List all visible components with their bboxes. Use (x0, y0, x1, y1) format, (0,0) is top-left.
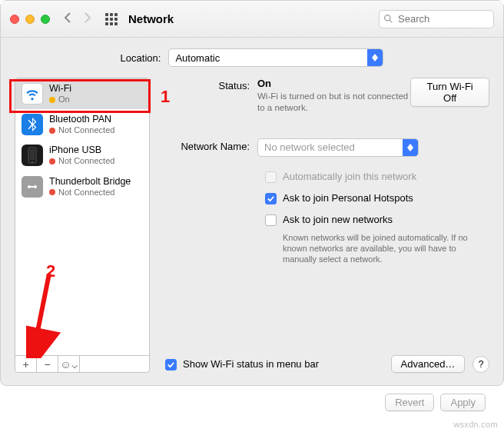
location-row: Location: Automatic (15, 48, 489, 67)
service-item-wifi[interactable]: Wi-Fi On (15, 78, 149, 109)
main-row: Wi-Fi On Bluetooth PAN Not Connected (15, 78, 489, 373)
back-button[interactable] (64, 12, 71, 25)
remove-service-button[interactable]: − (37, 356, 58, 372)
status-dot-icon (49, 97, 55, 103)
nav-buttons (64, 12, 91, 25)
service-name: Wi-Fi (49, 83, 71, 95)
service-status: Not Connected (58, 156, 114, 166)
wifi-icon (22, 83, 43, 105)
location-select[interactable]: Automatic (168, 48, 383, 67)
watermark: wsxdn.com (453, 420, 498, 429)
forward-button[interactable] (84, 12, 91, 25)
service-name: Bluetooth PAN (49, 114, 114, 125)
service-sidebar: Wi-Fi On Bluetooth PAN Not Connected (15, 78, 150, 373)
personal-hotspots-checkbox[interactable] (265, 193, 277, 204)
advanced-button[interactable]: Advanced… (391, 355, 466, 373)
search-field-container (379, 10, 494, 28)
service-item-thunderbolt[interactable]: Thunderbolt Bridge Not Connected (15, 171, 149, 202)
service-item-iphone-usb[interactable]: iPhone USB Not Connected (15, 140, 149, 171)
status-dot-icon (49, 189, 55, 195)
service-name: Thunderbolt Bridge (49, 176, 131, 188)
auto-join-checkbox (265, 171, 277, 183)
content-area: Location: Automatic Wi-Fi On (1, 38, 503, 385)
close-button[interactable] (10, 15, 19, 24)
search-input[interactable] (379, 10, 494, 28)
network-name-value: No network selected (264, 141, 355, 153)
location-value: Automatic (175, 52, 220, 64)
chevron-updown-icon (367, 49, 383, 66)
titlebar: Network (1, 1, 503, 38)
zoom-button[interactable] (41, 15, 50, 24)
svg-rect-3 (30, 149, 35, 160)
minimize-button[interactable] (25, 15, 35, 24)
svg-point-4 (32, 161, 33, 163)
sidebar-tools: + − ☺︎⌵ (15, 355, 149, 372)
network-name-label: Network Name: (165, 138, 257, 157)
sidebar-tools-spacer (80, 356, 149, 372)
status-dot-icon (49, 128, 55, 134)
status-dot-icon (49, 158, 55, 164)
annotation-number-1: 1 (161, 87, 170, 107)
service-status: Not Connected (58, 125, 114, 135)
status-description: Wi-Fi is turned on but is not connected … (257, 91, 410, 114)
search-icon (383, 14, 393, 24)
footer-buttons: Revert Apply (0, 386, 504, 411)
traffic-lights (10, 15, 50, 24)
svg-line-1 (390, 20, 392, 22)
ask-new-networks-label: Ask to join new networks (283, 214, 393, 225)
svg-point-0 (385, 15, 390, 20)
service-item-bluetooth[interactable]: Bluetooth PAN Not Connected (15, 109, 149, 140)
revert-button[interactable]: Revert (385, 394, 434, 411)
status-value: On (257, 78, 410, 89)
show-menubar-label: Show Wi-Fi status in menu bar (183, 358, 319, 370)
service-list: Wi-Fi On Bluetooth PAN Not Connected (15, 78, 149, 355)
service-name: iPhone USB (49, 145, 114, 156)
service-status: On (58, 95, 70, 105)
show-menubar-checkbox[interactable] (165, 359, 177, 371)
details-pane: Status: On Wi-Fi is turned on but is not… (150, 78, 489, 373)
location-label: Location: (121, 52, 161, 64)
ask-new-networks-description: Known networks will be joined automatica… (283, 232, 475, 265)
network-name-select[interactable]: No network selected (257, 138, 419, 157)
preferences-window: Network Location: Automatic (0, 0, 504, 386)
iphone-icon (22, 145, 43, 166)
personal-hotspots-label: Ask to join Personal Hotspots (283, 192, 413, 204)
show-all-button[interactable] (105, 13, 118, 25)
annotation-number-2: 2 (46, 261, 55, 281)
svg-rect-7 (30, 186, 35, 188)
thunderbolt-icon (22, 176, 43, 198)
service-status: Not Connected (58, 188, 114, 198)
status-label: Status: (165, 78, 257, 114)
wifi-toggle-button[interactable]: Turn Wi-Fi Off (410, 78, 489, 107)
window-title: Network (128, 12, 174, 25)
auto-join-label: Automatically join this network (283, 171, 416, 182)
apply-button[interactable]: Apply (440, 394, 486, 411)
help-button[interactable]: ? (472, 356, 489, 373)
ask-new-networks-checkbox[interactable] (265, 214, 277, 226)
bluetooth-icon (22, 114, 43, 135)
chevron-updown-icon (403, 139, 418, 156)
add-service-button[interactable]: + (15, 356, 37, 372)
service-menu-button[interactable]: ☺︎⌵ (58, 356, 80, 372)
